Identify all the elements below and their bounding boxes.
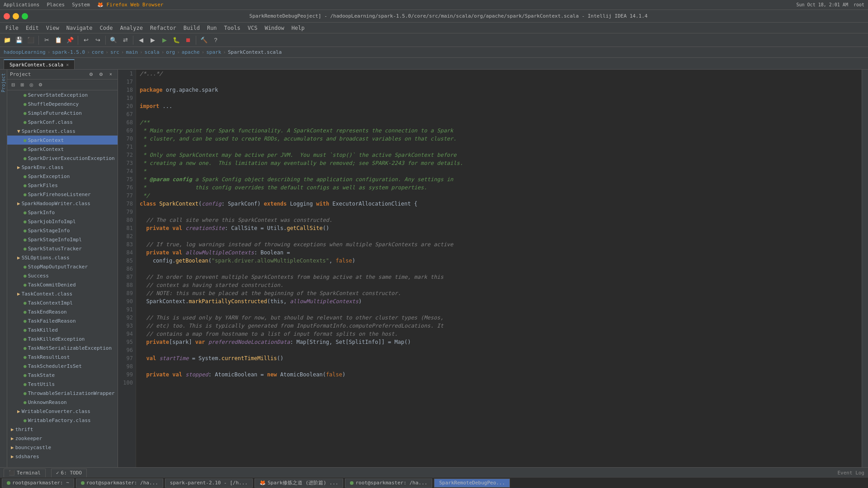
project-settings-btn[interactable]: ⚙ [36, 81, 44, 89]
tree-item[interactable]: ▶SparkEnv.class [7, 163, 118, 172]
tree-item[interactable]: ●StopMapOutputTracker [7, 262, 118, 271]
menu-navigate[interactable]: Navigate [63, 24, 96, 32]
locate-file-btn[interactable]: ◎ [27, 81, 35, 89]
tree-item[interactable]: ●SparkInfo [7, 208, 118, 217]
tree-item[interactable]: ▶SparkHadoopWriter.class [7, 199, 118, 208]
taskbar-item-3[interactable]: 🦊 Spark修炼之道 (进阶篇) ... [255, 479, 343, 488]
toolbar-replace[interactable]: ⇄ [120, 35, 131, 46]
event-log-link[interactable]: Event Log [837, 470, 864, 476]
menu-edit[interactable]: Edit [22, 24, 42, 32]
tree-item[interactable]: ●TaskContextImpl [7, 298, 118, 307]
menu-vcs[interactable]: VCS [244, 24, 261, 32]
toolbar-paste[interactable]: 📌 [65, 35, 75, 46]
tree-item[interactable]: ●TaskKilled [7, 325, 118, 334]
menu-file[interactable]: File [2, 24, 22, 32]
tree-item[interactable]: ▶SSLOptions.class [7, 253, 118, 262]
bc-apache[interactable]: apache [182, 49, 200, 55]
tree-item[interactable]: ●TestUtils [7, 380, 118, 389]
toolbar-forward[interactable]: ▶ [147, 35, 158, 46]
tree-item[interactable]: ●TaskKilledException [7, 334, 118, 343]
tree-item[interactable]: ▶thrift [7, 425, 118, 434]
tree-item[interactable]: ▶WritableConverter.class [7, 407, 118, 416]
menu-code[interactable]: Code [96, 24, 117, 32]
taskbar-item-1[interactable]: root@sparkmaster: /ha... [76, 479, 163, 488]
toolbar-redo[interactable]: ↪ [92, 35, 103, 46]
toolbar-save-all[interactable]: ⬛ [25, 35, 36, 46]
tree-item[interactable]: ●SparkConf.class [7, 117, 118, 127]
bc-file[interactable]: SparkContext.scala [228, 49, 282, 55]
toolbar-back[interactable]: ◀ [136, 35, 146, 46]
tree-item[interactable]: ●SparkFiles [7, 181, 118, 190]
menu-refactor[interactable]: Refactor [146, 24, 180, 32]
code-area[interactable]: 1171819206768697071727374757677787980818… [118, 70, 862, 467]
menu-build[interactable]: Build [180, 24, 203, 32]
tree-item[interactable]: ●SparkStageInfo [7, 226, 118, 235]
taskbar-item-2[interactable]: spark-parent-2.10 - [/h... [165, 479, 253, 488]
toolbar-debug[interactable]: 🐛 [171, 35, 182, 46]
tree-item[interactable]: ●SparkDriverExecutionException [7, 154, 118, 163]
minimize-button[interactable] [13, 13, 19, 19]
side-icon-project[interactable]: Project [1, 71, 6, 94]
maximize-button[interactable] [22, 13, 28, 19]
tab-close-button[interactable]: × [66, 62, 69, 67]
close-button[interactable] [4, 13, 10, 19]
toolbar-stop[interactable]: ⏹ [183, 35, 193, 46]
toolbar-build[interactable]: 🔨 [198, 35, 209, 46]
tree-item[interactable]: ●SparkContext [7, 136, 118, 145]
expand-all-btn[interactable]: ⊞ [18, 81, 26, 89]
collapse-all-btn[interactable]: ⊟ [9, 81, 17, 89]
toolbar-find[interactable]: 🔍 [108, 35, 119, 46]
tree-item[interactable]: ●TaskResultLost [7, 352, 118, 361]
places-menu[interactable]: Places [47, 2, 65, 8]
bc-scala[interactable]: scala [145, 49, 160, 55]
toolbar-help[interactable]: ? [210, 35, 221, 46]
tree-item[interactable]: ●ThrowableSerializationWrapper [7, 389, 118, 398]
tree-item[interactable]: ▼SparkContext.class [7, 127, 118, 136]
tree-item[interactable]: ●TaskFailedReason [7, 316, 118, 325]
toolbar-undo[interactable]: ↩ [80, 35, 91, 46]
tree-item[interactable]: ●SparkFirehoseListener [7, 190, 118, 199]
tree-item[interactable]: ●WritableFactory.class [7, 416, 118, 425]
bc-org[interactable]: org [166, 49, 175, 55]
tree-item[interactable]: ●SparkException [7, 172, 118, 181]
terminal-tab[interactable]: ⬛ Terminal [4, 469, 46, 478]
tree-item[interactable]: ●SparkjobInfoImpl [7, 217, 118, 226]
editor-tab[interactable]: SparkContext.scala × [4, 59, 75, 69]
toolbar-save[interactable]: 💾 [14, 35, 24, 46]
tree-item[interactable]: ▶zookeeper [7, 434, 118, 443]
firefox-item[interactable]: 🦊 Firefox Web Browser [97, 2, 163, 8]
toolbar-run[interactable]: ▶ [159, 35, 170, 46]
menu-tools[interactable]: Tools [221, 24, 244, 32]
taskbar-item-4[interactable]: root@sparkmaster: /ha... [345, 479, 432, 488]
menu-help[interactable]: Help [288, 24, 308, 32]
project-gear-btn[interactable]: ⚙ [97, 70, 105, 79]
tree-item[interactable]: ●SimpleFutureAction [7, 108, 118, 117]
bc-spark[interactable]: spark [206, 49, 221, 55]
toolbar-open[interactable]: 📁 [2, 35, 13, 46]
tree-item[interactable]: ●TaskState [7, 371, 118, 380]
project-hide-btn[interactable]: × [107, 70, 115, 79]
tree-item[interactable]: ●ShuffleDependency [7, 99, 118, 108]
tree-item[interactable]: ▶bouncycastle [7, 443, 118, 452]
applications-menu[interactable]: Applications [4, 2, 39, 8]
tree-item[interactable]: ●UnknownReason [7, 398, 118, 407]
bc-core[interactable]: core [92, 49, 104, 55]
menu-analyze[interactable]: Analyze [116, 24, 146, 32]
bc-spark150[interactable]: spark-1.5.0 [52, 49, 85, 55]
todo-tab[interactable]: ✓ 6: TODO [51, 469, 87, 478]
tree-item[interactable]: ▶sdshares [7, 452, 118, 461]
tree-item[interactable]: ●Success [7, 271, 118, 280]
project-sync-btn[interactable]: ⚙ [87, 70, 95, 79]
menu-run[interactable]: Run [203, 24, 221, 32]
bc-main[interactable]: main [126, 49, 138, 55]
tree-item[interactable]: ●TaskEndReason [7, 307, 118, 316]
taskbar-item-0[interactable]: root@sparkmaster: ~ [2, 479, 74, 488]
code-content[interactable]: /*...*/ package org.apache.spark import … [136, 70, 862, 467]
menu-window[interactable]: Window [261, 24, 288, 32]
menu-view[interactable]: View [42, 24, 63, 32]
tree-item[interactable]: ●SparkStatusTracker [7, 244, 118, 253]
tree-item[interactable]: ●TaskCommitDenied [7, 280, 118, 289]
taskbar-item-5[interactable]: SparkRemoteDebugPeo... [434, 479, 510, 488]
bc-hadooplearning[interactable]: hadoopLearning [4, 49, 46, 55]
tree-item[interactable]: ●SparkStageInfoImpl [7, 235, 118, 244]
